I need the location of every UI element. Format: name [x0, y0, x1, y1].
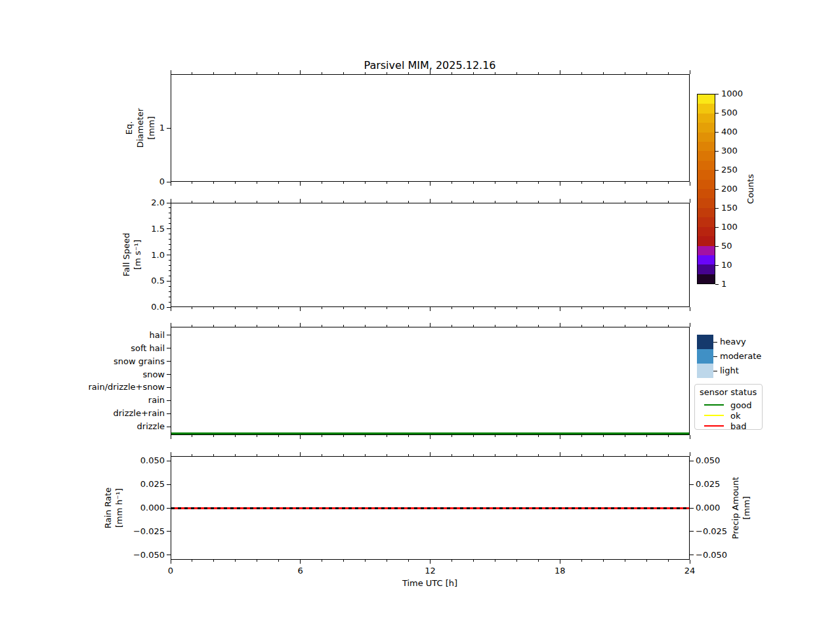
x-tick — [668, 182, 669, 184]
x-tick — [690, 199, 690, 203]
x-tick — [581, 454, 582, 456]
x-tick — [171, 307, 171, 311]
x-tick — [495, 435, 495, 437]
x-tick — [300, 323, 301, 327]
y-tick — [167, 255, 171, 255]
category-label: drizzle+rain — [60, 408, 165, 419]
y-tick-label-right: 0.000 — [696, 503, 735, 513]
colorbar-band — [698, 246, 715, 255]
x-tick — [235, 307, 236, 309]
x-tick — [322, 72, 322, 74]
y-tick-label: 0 — [132, 177, 165, 187]
y-tick — [167, 555, 171, 555]
x-tick — [452, 560, 452, 562]
x-tick — [387, 72, 387, 74]
y-tick-label: 0.5 — [132, 276, 165, 286]
x-tick — [322, 454, 322, 456]
colorbar-band — [698, 94, 715, 104]
x-tick — [495, 201, 495, 203]
colorbar-band — [698, 142, 715, 151]
colorbar-tick — [715, 208, 719, 209]
x-tick — [387, 560, 387, 562]
x-tick — [300, 435, 301, 439]
x-tick — [473, 454, 474, 456]
y-tick-right — [690, 508, 694, 509]
x-tick — [257, 201, 257, 203]
colorbar-band — [698, 114, 715, 123]
x-tick — [646, 182, 647, 184]
x-tick — [516, 454, 517, 456]
y-tick — [167, 427, 171, 427]
x-tick — [171, 323, 171, 327]
x-tick — [322, 435, 322, 437]
sensor-label-good: good — [730, 401, 751, 410]
y-tick — [167, 508, 171, 509]
x-tick — [473, 560, 474, 562]
x-tick — [257, 182, 257, 184]
y-tick — [169, 260, 171, 261]
colorbar-tick-label: 1000 — [721, 89, 754, 99]
x-tick — [278, 72, 279, 74]
x-axis-label: Time UTC [h] — [331, 578, 528, 588]
x-tick — [473, 182, 474, 184]
x-tick — [560, 70, 560, 74]
x-tick — [300, 560, 301, 564]
colorbar-tick-label: 500 — [721, 108, 754, 118]
y-tick — [167, 387, 171, 388]
x-tick — [581, 435, 582, 437]
x-tick — [365, 435, 366, 437]
x-tick — [668, 454, 669, 456]
sensor-line-good — [704, 404, 724, 406]
category-label: snow grains — [60, 356, 165, 367]
y-tick-label-right: −0.050 — [696, 550, 735, 560]
x-tick — [581, 72, 582, 74]
y-tick-right — [690, 461, 694, 461]
x-tick — [387, 435, 387, 437]
colorbar-tick-label: 200 — [721, 184, 754, 194]
x-tick — [300, 307, 301, 311]
y-tick — [167, 182, 171, 182]
y-tick-label: 1.5 — [132, 224, 165, 234]
x-tick — [430, 307, 430, 311]
x-tick — [690, 307, 690, 311]
x-tick — [668, 201, 669, 203]
colorbar-tick-label: 10 — [721, 260, 754, 270]
x-tick — [690, 560, 690, 564]
x-tick — [538, 454, 539, 456]
sensor-status-good-line — [171, 432, 689, 434]
intensity-label: heavy — [720, 337, 772, 347]
x-tick — [581, 325, 582, 327]
x-tick — [408, 325, 409, 327]
x-tick — [343, 435, 344, 437]
x-tick — [430, 435, 430, 439]
x-tick — [430, 560, 430, 564]
x-tick — [603, 201, 604, 203]
x-tick — [278, 435, 279, 437]
x-tick — [538, 435, 539, 437]
y-tick — [169, 244, 171, 245]
x-tick — [538, 182, 539, 184]
x-tick — [430, 70, 430, 74]
x-tick — [516, 182, 517, 184]
x-tick — [343, 325, 344, 327]
y-tick — [169, 297, 171, 297]
x-tick — [278, 454, 279, 456]
sensor-legend-title: sensor status — [700, 387, 757, 397]
category-label: rain/drizzle+snow — [60, 382, 165, 392]
x-tick — [538, 201, 539, 203]
x-tick — [322, 325, 322, 327]
x-tick — [690, 323, 690, 327]
x-tick — [538, 72, 539, 74]
x-tick — [322, 201, 322, 203]
x-tick — [365, 201, 366, 203]
x-tick — [213, 72, 214, 74]
y-tick — [169, 291, 171, 292]
x-tick — [171, 435, 171, 439]
x-tick — [581, 307, 582, 309]
x-tick — [192, 182, 192, 184]
intensity-label: light — [720, 366, 772, 376]
x-tick — [452, 325, 452, 327]
x-tick — [452, 307, 452, 309]
x-tick — [343, 182, 344, 184]
category-label: hail — [60, 330, 165, 341]
